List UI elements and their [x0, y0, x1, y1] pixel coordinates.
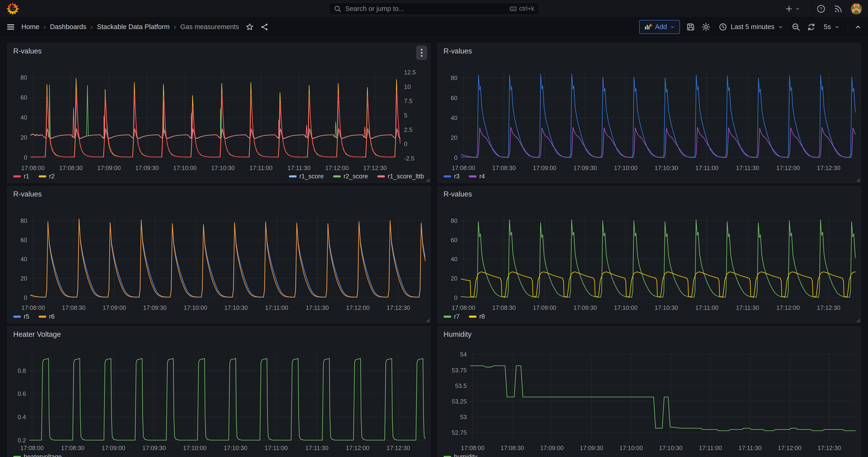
y-axis-right-tick-label: 12.5: [404, 69, 416, 76]
y-axis-right-tick-label: -2.5: [404, 155, 414, 162]
x-axis-tick-label: 17:12:30: [812, 164, 845, 172]
y-axis-tick-label: 20: [437, 134, 458, 141]
legend-item-r4[interactable]: r4: [469, 173, 485, 180]
x-axis-tick-label: 17:08:00: [447, 164, 480, 172]
mega-menu-button[interactable]: [6, 22, 16, 32]
y-axis-tick-label: 60: [7, 237, 27, 244]
x-axis-tick-label: 17:10:30: [207, 164, 239, 172]
y-axis-tick-label: 40: [437, 255, 458, 263]
legend-item-r7[interactable]: r7: [443, 313, 460, 320]
y-axis-tick-label: 53: [437, 414, 467, 421]
legend-item-r6[interactable]: r6: [39, 313, 55, 320]
panel-legend: r3r4: [443, 173, 854, 180]
breadcrumb-dashboards[interactable]: Dashboards: [50, 23, 86, 31]
legend-item-r8[interactable]: r8: [469, 313, 485, 320]
x-axis-tick-label: 17:08:00: [17, 304, 50, 311]
x-axis-tick-label: 17:12:00: [772, 164, 804, 172]
dashboard-toolbar: Home › Dashboards › Stackable Data Platf…: [0, 18, 868, 36]
legend-label: r2_score: [344, 173, 368, 180]
x-axis-tick-label: 17:12:00: [321, 164, 353, 172]
panel-title: R-values: [443, 190, 472, 199]
zoom-out-button[interactable]: [791, 22, 801, 32]
panel-r-values-3: R-values r5r6 02040608017:08:0017:08:301…: [7, 186, 431, 323]
legend-item-humidity[interactable]: humidity: [443, 453, 477, 457]
plot-canvas[interactable]: [470, 353, 856, 441]
panel-menu-button[interactable]: [416, 45, 427, 60]
y-axis-tick-label: 53.75: [437, 367, 467, 374]
breadcrumb-folder[interactable]: Stackable Data Platform: [97, 23, 170, 31]
plot-canvas[interactable]: [461, 70, 856, 161]
legend-swatch: [289, 175, 297, 178]
refresh-button[interactable]: [807, 22, 816, 32]
top-nav-bar: ctrl+k ?: [0, 0, 868, 18]
plot-area[interactable]: [29, 353, 425, 441]
refresh-icon: [807, 22, 816, 32]
legend-item-r1_score_lttb[interactable]: r1_score_lttb: [377, 173, 424, 180]
chevron-down-icon: [778, 24, 783, 30]
x-axis-tick-label: 17:11:00: [691, 304, 723, 311]
y-axis-tick-label: 80: [437, 217, 458, 224]
panel-legend: r7r8: [443, 313, 854, 320]
panel-title: Heater Voltage: [13, 330, 61, 339]
hamburger-icon: [6, 22, 16, 32]
x-axis-tick-label: 17:08:30: [57, 304, 90, 311]
dashboard-settings-button[interactable]: [701, 22, 711, 32]
breadcrumb-separator: ›: [43, 23, 46, 31]
x-axis-tick-label: 17:12:00: [341, 304, 374, 311]
y-axis-tick-label: 0: [7, 154, 27, 161]
x-axis-tick-label: 17:12:30: [359, 164, 391, 172]
y-axis-tick-label: 60: [437, 237, 458, 244]
collapse-toolbar-button[interactable]: [854, 23, 862, 31]
x-axis-tick-label: 17:11:30: [734, 445, 766, 451]
legend-item-heatervoltage[interactable]: heatervoltage: [13, 453, 62, 457]
plot-canvas[interactable]: [30, 213, 425, 301]
panel-resize-handle[interactable]: [856, 318, 860, 322]
x-axis-tick-label: 17:12:00: [772, 304, 804, 311]
save-dashboard-button[interactable]: [686, 22, 695, 32]
new-button[interactable]: [784, 4, 800, 13]
legend-swatch: [443, 315, 451, 318]
panel-resize-handle[interactable]: [426, 318, 430, 322]
y-axis-tick-label: 0.2: [7, 437, 26, 444]
refresh-interval-picker[interactable]: 5s: [822, 23, 842, 31]
gear-icon: [701, 22, 711, 32]
legend-item-r5[interactable]: r5: [13, 313, 29, 320]
legend-item-r1[interactable]: r1: [13, 173, 29, 180]
x-axis-tick-label: 17:12:30: [382, 304, 415, 311]
global-search[interactable]: ctrl+k: [329, 3, 539, 15]
plot-canvas[interactable]: [30, 70, 400, 161]
legend-item-r2_score[interactable]: r2_score: [333, 173, 368, 180]
help-button[interactable]: ?: [816, 4, 826, 13]
y-axis-tick-label: 40: [7, 114, 27, 121]
news-button[interactable]: [834, 4, 843, 13]
series-r3: [461, 74, 856, 157]
plot-area[interactable]: [470, 353, 856, 441]
legend-label: r7: [454, 313, 460, 320]
x-axis-tick-label: 17:09:30: [575, 445, 608, 451]
legend-item-r1_score[interactable]: r1_score: [289, 173, 324, 180]
panel-resize-handle[interactable]: [426, 178, 430, 182]
share-button[interactable]: [260, 23, 269, 31]
add-panel-icon: [644, 23, 652, 31]
plot-canvas[interactable]: [461, 213, 856, 301]
plot-area[interactable]: [461, 70, 856, 161]
favorite-button[interactable]: [245, 23, 254, 31]
plus-icon: [784, 4, 794, 13]
legend-item-r3[interactable]: r3: [443, 173, 460, 180]
plot-area[interactable]: [461, 213, 856, 301]
panel-resize-handle[interactable]: [856, 178, 860, 182]
time-range-picker[interactable]: Last 5 minutes: [717, 23, 785, 31]
y-axis-tick-label: 0.4: [7, 414, 26, 421]
breadcrumb-home[interactable]: Home: [21, 23, 39, 31]
legend-item-r2[interactable]: r2: [39, 173, 55, 180]
user-avatar[interactable]: [851, 3, 862, 14]
legend-label: heatervoltage: [24, 453, 62, 457]
add-panel-button[interactable]: Add: [639, 20, 680, 34]
chevron-down-icon: [670, 24, 675, 30]
plot-area[interactable]: [30, 213, 425, 301]
plot-area[interactable]: [30, 70, 400, 161]
search-input[interactable]: [345, 5, 506, 13]
grafana-logo[interactable]: [6, 2, 20, 16]
x-axis-tick-label: 17:12:30: [382, 445, 414, 451]
plot-canvas[interactable]: [29, 353, 425, 441]
